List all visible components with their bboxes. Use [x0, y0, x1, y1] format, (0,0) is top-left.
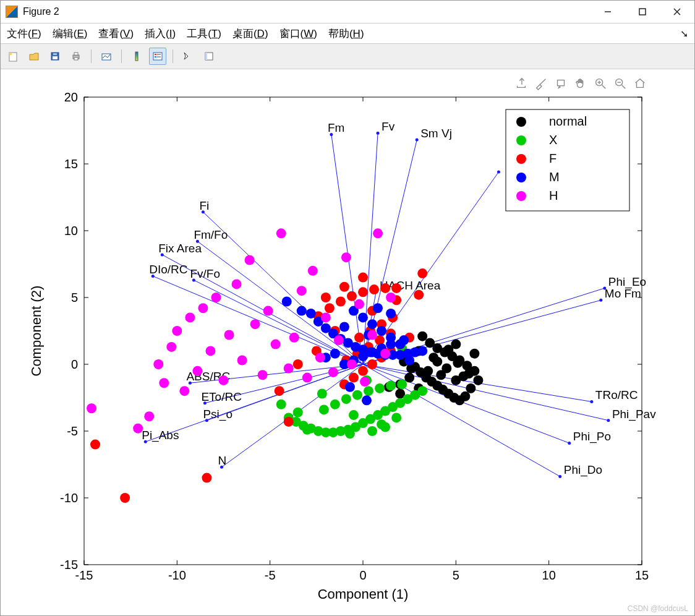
- svg-rect-14: [155, 54, 156, 55]
- watermark-text: CSDN @foddcusL: [628, 604, 688, 613]
- svg-point-133: [568, 442, 571, 445]
- svg-point-238: [358, 273, 368, 283]
- svg-point-155: [460, 391, 470, 401]
- svg-text:X: X: [549, 133, 557, 147]
- menu-window[interactable]: 窗口(W): [279, 27, 317, 41]
- svg-line-2: [674, 9, 680, 15]
- menu-edit[interactable]: 编辑(E): [53, 27, 88, 41]
- menu-view[interactable]: 查看(V): [98, 27, 134, 41]
- svg-point-308: [205, 346, 215, 356]
- svg-point-173: [443, 344, 453, 354]
- svg-point-207: [317, 389, 327, 399]
- open-button[interactable]: [25, 48, 43, 65]
- svg-point-334: [373, 228, 383, 238]
- svg-point-80: [377, 132, 380, 135]
- svg-point-239: [417, 268, 427, 278]
- svg-point-83: [416, 139, 419, 142]
- svg-point-178: [276, 400, 286, 409]
- svg-point-197: [417, 386, 427, 396]
- menu-desktop[interactable]: 桌面(D): [232, 27, 268, 41]
- menu-insert[interactable]: 插入(I): [145, 27, 176, 41]
- svg-text:Sm Vj: Sm Vj: [420, 127, 452, 140]
- svg-point-158: [469, 349, 479, 359]
- svg-point-322: [297, 286, 307, 296]
- svg-text:normal: normal: [549, 114, 587, 128]
- svg-point-86: [497, 170, 500, 173]
- print-button[interactable]: [67, 48, 85, 65]
- svg-point-288: [345, 382, 355, 392]
- svg-point-130: [607, 419, 610, 422]
- svg-point-215: [380, 422, 390, 432]
- svg-text:Component (1): Component (1): [318, 586, 409, 602]
- svg-point-218: [90, 440, 100, 450]
- svg-rect-6: [53, 56, 58, 59]
- svg-text:DIo/RC: DIo/RC: [149, 263, 187, 276]
- svg-text:Phi_Do: Phi_Do: [564, 463, 602, 477]
- svg-point-281: [297, 306, 307, 316]
- svg-rect-12: [135, 52, 138, 61]
- svg-point-204: [386, 381, 396, 391]
- svg-point-326: [321, 312, 331, 322]
- svg-point-167: [436, 370, 446, 380]
- svg-point-229: [391, 283, 401, 293]
- svg-text:F: F: [549, 152, 556, 165]
- link-plot-button[interactable]: [98, 48, 115, 65]
- property-editor-button[interactable]: [200, 48, 218, 65]
- new-figure-button[interactable]: [4, 48, 22, 65]
- svg-point-109: [599, 299, 602, 302]
- svg-point-316: [258, 370, 268, 380]
- svg-point-303: [172, 326, 182, 336]
- save-button[interactable]: [46, 48, 64, 65]
- svg-point-327: [328, 367, 338, 377]
- svg-rect-10: [74, 58, 78, 60]
- svg-text:-10: -10: [60, 491, 78, 505]
- svg-point-221: [284, 417, 294, 427]
- menu-file[interactable]: 文件(F): [7, 27, 41, 41]
- svg-point-289: [362, 395, 372, 405]
- dock-arrow-icon[interactable]: ➘: [680, 28, 688, 40]
- svg-point-231: [349, 373, 359, 383]
- svg-text:Component (2): Component (2): [28, 286, 44, 377]
- close-button[interactable]: [660, 1, 694, 23]
- svg-rect-19: [205, 53, 207, 60]
- svg-rect-7: [53, 53, 57, 55]
- svg-point-203: [375, 383, 385, 393]
- menu-help[interactable]: 帮助(H): [328, 27, 364, 41]
- edit-plot-button[interactable]: [179, 48, 197, 65]
- svg-text:0: 0: [71, 357, 78, 371]
- svg-text:-10: -10: [168, 568, 186, 582]
- svg-point-211: [391, 413, 401, 422]
- svg-point-345: [516, 173, 526, 182]
- svg-point-226: [358, 287, 368, 297]
- svg-point-318: [271, 340, 281, 349]
- svg-point-331: [354, 299, 364, 309]
- svg-text:20: 20: [64, 90, 78, 104]
- svg-point-165: [423, 366, 433, 376]
- legend-button[interactable]: [149, 48, 166, 65]
- svg-point-206: [302, 425, 312, 435]
- svg-point-317: [263, 306, 273, 316]
- svg-point-295: [339, 322, 349, 332]
- svg-point-300: [153, 359, 163, 369]
- svg-point-255: [339, 282, 349, 292]
- svg-point-310: [219, 375, 229, 385]
- svg-point-213: [345, 429, 355, 438]
- maximize-button[interactable]: [625, 1, 660, 23]
- svg-text:Pi_Abs: Pi_Abs: [142, 429, 179, 442]
- svg-point-298: [87, 403, 96, 413]
- svg-point-309: [211, 293, 221, 302]
- menu-tools[interactable]: 工具(T): [187, 27, 221, 41]
- svg-point-333: [367, 330, 377, 340]
- svg-point-232: [358, 366, 368, 376]
- svg-text:-5: -5: [67, 424, 78, 438]
- svg-point-330: [347, 359, 357, 369]
- minimize-button[interactable]: [591, 1, 625, 23]
- svg-point-328: [334, 335, 344, 345]
- svg-point-285: [367, 348, 377, 357]
- svg-point-228: [380, 283, 390, 293]
- svg-point-254: [321, 293, 331, 302]
- biplot-chart[interactable]: -15-10-5051015-15-10-505101520Component …: [1, 69, 694, 616]
- svg-point-343: [516, 154, 526, 164]
- title-bar: Figure 2: [1, 1, 694, 24]
- colorbar-button[interactable]: [128, 48, 145, 65]
